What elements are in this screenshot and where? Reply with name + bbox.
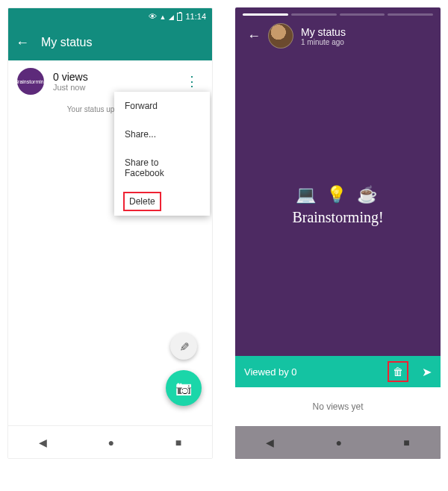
android-status-bar: 11:14 xyxy=(8,8,212,25)
my-status-list-screen: 11:14 My status Brainstorming 0 views Ju… xyxy=(7,7,213,459)
status-timestamp: Just now xyxy=(53,83,88,92)
wifi-icon xyxy=(160,12,167,21)
back-icon[interactable] xyxy=(247,28,261,44)
battery-icon xyxy=(177,13,182,21)
nav-back-icon[interactable] xyxy=(39,436,47,449)
story-emojis: 💻 💡 ☕ xyxy=(296,185,380,204)
context-menu: Forward Share... Share to Facebook Delet… xyxy=(114,92,210,216)
android-nav-bar xyxy=(235,426,441,459)
progress-segment xyxy=(243,13,288,16)
no-views-card: No views yet xyxy=(235,387,441,426)
android-nav-bar xyxy=(8,425,212,458)
menu-forward[interactable]: Forward xyxy=(114,92,210,120)
menu-share-facebook[interactable]: Share to Facebook xyxy=(114,148,210,187)
viewed-by-label: Viewed by 0 xyxy=(244,366,297,378)
status-viewer-screen: My status 1 minute ago 💻 💡 ☕ Brainstormi… xyxy=(235,7,441,459)
menu-share[interactable]: Share... xyxy=(114,120,210,148)
story-subtitle: 1 minute ago xyxy=(301,38,346,46)
nav-home-icon[interactable] xyxy=(336,436,342,449)
story-progress-bar xyxy=(243,13,433,16)
story-top: My status 1 minute ago xyxy=(235,7,441,54)
views-count: 0 views xyxy=(53,71,88,83)
nav-back-icon[interactable] xyxy=(266,436,274,449)
fab-stack xyxy=(166,333,202,406)
nav-recent-icon[interactable] xyxy=(175,436,181,449)
camera-icon xyxy=(175,380,192,396)
compose-text-fab[interactable] xyxy=(170,333,197,360)
forward-icon[interactable] xyxy=(422,365,432,379)
avatar[interactable] xyxy=(268,23,293,49)
progress-segment xyxy=(340,13,385,16)
signal-icon xyxy=(169,12,174,21)
no-views-text: No views yet xyxy=(312,401,363,412)
story-title: My status xyxy=(301,26,346,38)
page-title: My status xyxy=(41,36,92,49)
camera-fab[interactable] xyxy=(166,370,202,406)
progress-segment xyxy=(291,13,337,16)
back-icon[interactable] xyxy=(16,35,29,51)
nav-home-icon[interactable] xyxy=(108,436,114,449)
viewed-by-bar[interactable]: Viewed by 0 xyxy=(235,356,441,387)
status-info: 0 views Just now xyxy=(53,71,88,92)
story-text: Brainstorming! xyxy=(292,209,383,226)
pencil-icon xyxy=(179,340,189,354)
visibility-icon xyxy=(149,12,157,21)
menu-delete[interactable]: Delete xyxy=(123,192,161,211)
story-title-block: My status 1 minute ago xyxy=(301,26,346,46)
trash-icon xyxy=(393,365,403,378)
nav-recent-icon[interactable] xyxy=(403,436,409,449)
more-options-icon[interactable] xyxy=(181,69,203,94)
thumbnail-text: Brainstorming xyxy=(14,79,46,84)
delete-status-button[interactable] xyxy=(388,361,408,382)
story-content[interactable]: 💻 💡 ☕ Brainstorming! xyxy=(235,54,441,356)
progress-segment xyxy=(388,13,433,16)
story-header: My status 1 minute ago xyxy=(243,23,433,54)
status-thumbnail: Brainstorming xyxy=(17,68,44,95)
app-bar: My status xyxy=(8,25,212,60)
status-time: 11:14 xyxy=(185,12,206,21)
